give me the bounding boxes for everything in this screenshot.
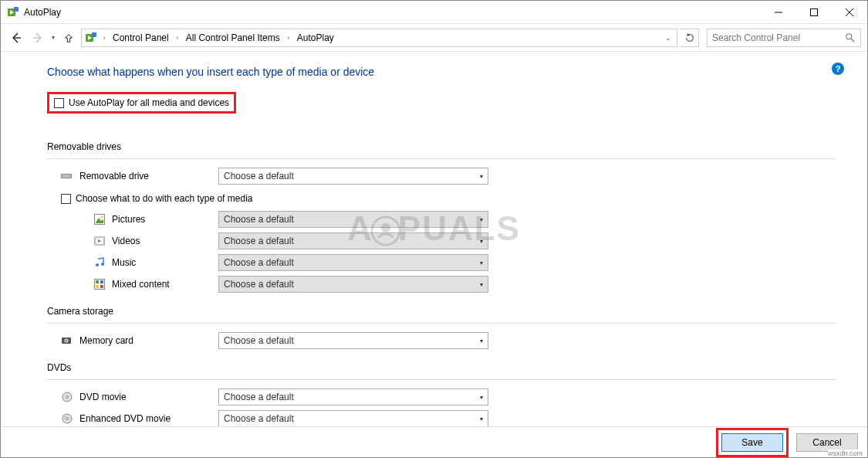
close-button[interactable] xyxy=(832,1,867,24)
forward-button[interactable] xyxy=(29,29,47,47)
help-icon[interactable]: ? xyxy=(832,63,844,75)
chevron-down-icon: ▾ xyxy=(480,238,483,245)
row-removable-drive: Removable drive Choose a default ▾ xyxy=(61,167,836,185)
svg-point-35 xyxy=(66,396,69,399)
cancel-button[interactable]: Cancel xyxy=(796,433,858,452)
memory-card-icon xyxy=(61,334,73,347)
highlight-use-autoplay: Use AutoPlay for all media and devices xyxy=(47,92,236,114)
chevron-down-icon: ▾ xyxy=(480,416,483,422)
section-removable-drives-title: Removable drives xyxy=(47,141,836,152)
address-bar[interactable]: › Control Panel › All Control Panel Item… xyxy=(81,29,677,47)
svg-point-24 xyxy=(96,263,99,266)
svg-point-33 xyxy=(66,340,67,341)
svg-line-14 xyxy=(851,38,854,41)
mixed-content-combo[interactable]: Choose a default ▾ xyxy=(218,276,488,293)
up-button[interactable] xyxy=(59,29,78,47)
window-title: AutoPlay xyxy=(24,7,61,18)
enhanced-dvd-label: Enhanced DVD movie xyxy=(79,413,218,424)
removable-drive-label: Removable drive xyxy=(79,171,218,182)
svg-point-25 xyxy=(101,263,104,266)
chevron-right-icon[interactable]: › xyxy=(99,34,110,42)
svg-rect-21 xyxy=(95,237,96,245)
chevron-down-icon: ▾ xyxy=(480,173,483,180)
choose-each-type-checkbox[interactable] xyxy=(61,194,71,204)
chevron-down-icon: ▾ xyxy=(480,216,483,223)
choose-each-type-label: Choose what to do with each type of medi… xyxy=(76,193,252,204)
svg-rect-16 xyxy=(62,175,71,178)
mixed-content-label: Mixed content xyxy=(112,279,218,290)
music-label: Music xyxy=(112,257,218,268)
section-divider xyxy=(47,323,836,324)
svg-rect-4 xyxy=(811,8,818,15)
row-enhanced-dvd-movie: Enhanced DVD movie Choose a default ▾ xyxy=(61,409,836,426)
row-videos: Videos Choose a default ▾ xyxy=(93,232,836,250)
pictures-icon xyxy=(93,213,106,226)
search-icon xyxy=(845,32,856,43)
dvd-movie-combo[interactable]: Choose a default ▾ xyxy=(218,388,488,405)
videos-combo[interactable]: Choose a default ▾ xyxy=(218,232,488,249)
content: ? Choose what happens when you insert ea… xyxy=(1,52,867,426)
breadcrumb-control-panel[interactable]: Control Panel xyxy=(110,29,172,46)
svg-rect-29 xyxy=(96,285,99,288)
minimize-button[interactable] xyxy=(761,1,796,24)
breadcrumb-all-items[interactable]: All Control Panel Items xyxy=(183,29,283,46)
row-choose-each-type: Choose what to do with each type of medi… xyxy=(61,193,836,204)
videos-label: Videos xyxy=(112,236,218,246)
removable-drive-icon xyxy=(61,170,73,182)
search-box[interactable]: Search Control Panel xyxy=(707,29,861,47)
back-button[interactable] xyxy=(7,29,25,47)
refresh-button[interactable] xyxy=(681,29,699,47)
removable-drive-combo[interactable]: Choose a default ▾ xyxy=(218,168,488,185)
dvd-movie-label: DVD movie xyxy=(79,392,218,402)
svg-point-13 xyxy=(846,33,852,39)
highlight-save-button: Save xyxy=(716,428,789,457)
chevron-down-icon: ▾ xyxy=(480,338,483,344)
enhanced-dvd-icon xyxy=(61,412,73,425)
svg-rect-22 xyxy=(103,237,105,245)
svg-rect-28 xyxy=(100,280,103,283)
section-divider xyxy=(47,379,836,380)
chevron-right-icon[interactable]: › xyxy=(172,34,183,42)
svg-rect-27 xyxy=(96,280,99,283)
control-panel-icon xyxy=(83,30,99,46)
search-placeholder: Search Control Panel xyxy=(712,32,845,43)
navigation-bar: ▾ › Control Panel › All Control Panel It… xyxy=(1,24,867,52)
videos-icon xyxy=(93,235,106,247)
memory-card-combo[interactable]: Choose a default ▾ xyxy=(218,332,488,349)
window-controls xyxy=(761,1,867,24)
pictures-combo[interactable]: Choose a default ▾ xyxy=(218,211,488,228)
music-icon xyxy=(93,256,106,269)
address-history-dropdown-icon[interactable]: ⌄ xyxy=(661,34,675,42)
music-combo[interactable]: Choose a default ▾ xyxy=(218,254,488,271)
autoplay-app-icon xyxy=(7,6,19,19)
chevron-down-icon: ▾ xyxy=(480,394,483,401)
row-memory-card: Memory card Choose a default ▾ xyxy=(61,331,836,350)
svg-rect-2 xyxy=(14,7,19,12)
svg-point-19 xyxy=(101,216,103,219)
memory-card-label: Memory card xyxy=(79,335,218,346)
section-divider xyxy=(47,158,836,159)
use-autoplay-label: Use AutoPlay for all media and devices xyxy=(69,97,229,108)
row-pictures: Pictures Choose a default ▾ xyxy=(93,210,836,229)
svg-point-37 xyxy=(66,418,69,420)
title-bar: AutoPlay xyxy=(1,1,867,24)
section-dvds-title: DVDs xyxy=(47,362,836,373)
footer-bar: Save Cancel xyxy=(1,426,867,457)
enhanced-dvd-combo[interactable]: Choose a default ▾ xyxy=(218,410,488,426)
maximize-button[interactable] xyxy=(796,1,832,24)
svg-rect-30 xyxy=(100,285,103,288)
dvd-movie-icon xyxy=(61,391,73,403)
svg-rect-11 xyxy=(92,32,96,37)
content-scroll-area[interactable]: ? Choose what happens when you insert ea… xyxy=(1,52,867,426)
page-heading: Choose what happens when you insert each… xyxy=(47,66,836,78)
breadcrumb-autoplay[interactable]: AutoPlay xyxy=(294,29,337,46)
row-music: Music Choose a default ▾ xyxy=(93,253,836,272)
row-mixed-content: Mixed content Choose a default ▾ xyxy=(93,275,836,293)
pictures-label: Pictures xyxy=(112,214,218,225)
use-autoplay-checkbox[interactable] xyxy=(54,98,64,108)
recent-locations-dropdown-icon[interactable]: ▾ xyxy=(52,34,55,41)
section-camera-storage-title: Camera storage xyxy=(47,306,836,317)
chevron-right-icon[interactable]: › xyxy=(283,34,294,42)
mixed-content-icon xyxy=(93,278,106,290)
save-button[interactable]: Save xyxy=(721,433,783,452)
